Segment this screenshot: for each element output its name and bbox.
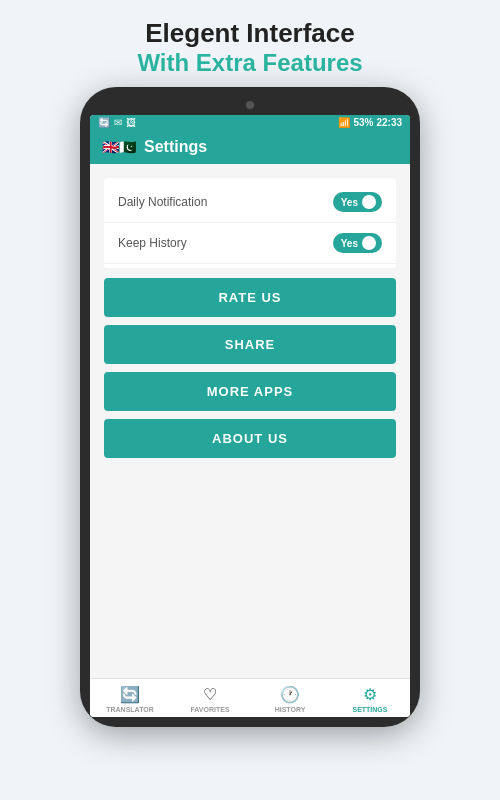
battery-text: 53% [353, 117, 373, 128]
phone-top-bar [90, 101, 410, 109]
toggle-row-notification: Daily Notification Yes [104, 182, 396, 223]
app-bar: 🇬🇧🇵🇰 Settings [90, 130, 410, 164]
action-buttons: RATE US SHARE MORE APPS ABOUT US [104, 278, 396, 458]
translator-icon: 🔄 [120, 685, 140, 704]
camera-dot [246, 101, 254, 109]
toggle-notification[interactable]: Yes [333, 192, 382, 212]
nav-label-history: HISTORY [275, 706, 306, 713]
status-icons: 🔄 ✉ 🖼 [98, 117, 136, 128]
nav-settings[interactable]: ⚙ SETTINGS [330, 685, 410, 713]
clock: 22:33 [376, 117, 402, 128]
bottom-nav: 🔄 TRANSLATOR ♡ FAVORITES 🕐 HISTORY ⚙ SET… [90, 678, 410, 717]
share-button[interactable]: SHARE [104, 325, 396, 364]
wifi-icon: 📶 [338, 117, 350, 128]
rate-us-button[interactable]: RATE US [104, 278, 396, 317]
settings-icon: ⚙ [363, 685, 377, 704]
nav-history[interactable]: 🕐 HISTORY [250, 685, 330, 713]
about-us-button[interactable]: ABOUT US [104, 419, 396, 458]
toggle-history[interactable]: Yes [333, 233, 382, 253]
nav-favorites[interactable]: ♡ FAVORITES [170, 685, 250, 713]
toggle-row-history: Keep History Yes [104, 223, 396, 264]
nav-label-translator: TRANSLATOR [106, 706, 154, 713]
nav-label-settings: SETTINGS [352, 706, 387, 713]
status-right: 📶 53% 22:33 [338, 117, 402, 128]
promo-text: Elegent Interface With Extra Features [0, 0, 500, 87]
nav-translator[interactable]: 🔄 TRANSLATOR [90, 685, 170, 713]
settings-card: Daily Notification Yes Keep History Yes [104, 178, 396, 268]
sync-icon: 🔄 [98, 117, 110, 128]
toggle-label-history: Keep History [118, 236, 187, 250]
settings-content: Daily Notification Yes Keep History Yes [90, 164, 410, 678]
flag-icon: 🇬🇧🇵🇰 [102, 139, 136, 155]
toggle-label-notification: Daily Notification [118, 195, 207, 209]
app-title: Settings [144, 138, 207, 156]
img-icon: 🖼 [126, 117, 136, 128]
phone-screen: 🔄 ✉ 🖼 📶 53% 22:33 🇬🇧🇵🇰 Settings Daily No… [90, 115, 410, 717]
status-bar: 🔄 ✉ 🖼 📶 53% 22:33 [90, 115, 410, 130]
more-apps-button[interactable]: MORE APPS [104, 372, 396, 411]
toggle-circle-notification [362, 195, 376, 209]
toggle-history-value: Yes [341, 238, 358, 249]
favorites-icon: ♡ [203, 685, 217, 704]
history-icon: 🕐 [280, 685, 300, 704]
promo-line1: Elegent Interface [10, 18, 490, 49]
toggle-circle-history [362, 236, 376, 250]
msg-icon: ✉ [114, 117, 122, 128]
toggle-notification-value: Yes [341, 197, 358, 208]
phone-shell: 🔄 ✉ 🖼 📶 53% 22:33 🇬🇧🇵🇰 Settings Daily No… [80, 87, 420, 727]
promo-line2: With Extra Features [10, 49, 490, 77]
nav-label-favorites: FAVORITES [190, 706, 229, 713]
